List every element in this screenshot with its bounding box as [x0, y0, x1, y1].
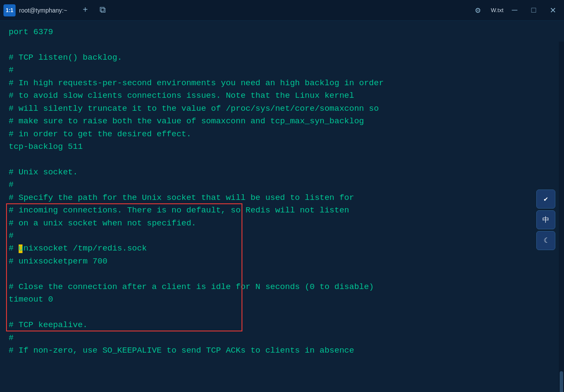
- settings-button[interactable]: ⚙: [470, 3, 486, 18]
- side-panel: ✔ 中 ☾: [536, 190, 555, 250]
- text-cursor: [19, 244, 23, 253]
- titlebar-right: ⚙ W.txt ─ □ ✕: [470, 3, 561, 18]
- scrollbar-track: [559, 42, 564, 392]
- close-button[interactable]: ✕: [545, 3, 561, 18]
- new-tab-button[interactable]: +: [77, 3, 93, 18]
- moon-button[interactable]: ☾: [536, 231, 555, 250]
- editor[interactable]: port 6379 # TCP listen() backlog. # # In…: [0, 21, 564, 392]
- scrollbar-thumb[interactable]: [560, 371, 563, 392]
- content-area: port 6379 # TCP listen() backlog. # # In…: [0, 21, 564, 392]
- titlebar-tabs: + ⧉: [77, 3, 110, 18]
- minimize-button[interactable]: ─: [507, 3, 522, 18]
- code-content: port 6379 # TCP listen() backlog. # # In…: [9, 26, 555, 357]
- app-icon: 1:1: [3, 4, 16, 16]
- file-label: W.txt: [491, 7, 503, 13]
- titlebar-title: root@tymphany:~: [19, 7, 67, 14]
- check-button[interactable]: ✔: [536, 190, 555, 209]
- chinese-button[interactable]: 中: [536, 210, 555, 229]
- titlebar: 1:1 root@tymphany:~ + ⧉ ⚙ W.txt ─ □ ✕: [0, 0, 564, 21]
- titlebar-left: 1:1 root@tymphany:~ + ⧉: [3, 3, 470, 18]
- copy-tab-button[interactable]: ⧉: [95, 3, 110, 18]
- maximize-button[interactable]: □: [526, 3, 541, 18]
